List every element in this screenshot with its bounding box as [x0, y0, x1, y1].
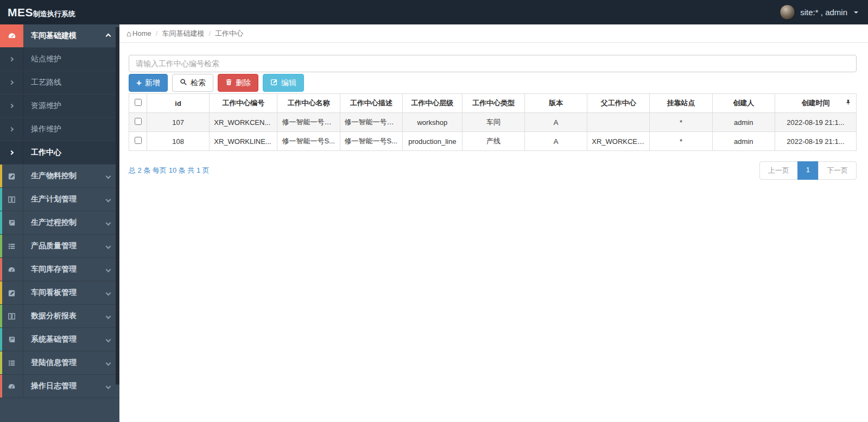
- edit-icon: [270, 78, 278, 87]
- sidebar-item[interactable]: 数据分析报表: [0, 305, 119, 328]
- table-cell: A: [525, 132, 587, 151]
- sidebar-item[interactable]: 系统基础管理: [0, 328, 119, 351]
- toolbar: + 新增 检索 删除 编辑: [129, 74, 857, 92]
- top-navbar: MES制造执行系统 site:* , admin: [0, 0, 868, 24]
- sidebar-item-label: 产品质量管理: [23, 241, 106, 251]
- columns-icon: [0, 188, 23, 211]
- category-color-strip: [0, 211, 2, 234]
- table-cell: 修一智能一号S...: [277, 132, 340, 151]
- table-cell: XR_WORKCEN...: [210, 113, 277, 132]
- row-select-cell: [129, 132, 147, 151]
- table-header-label: 版本: [549, 99, 563, 107]
- edit-button[interactable]: 编辑: [263, 74, 304, 92]
- gauge-icon: [0, 375, 23, 398]
- breadcrumb-home[interactable]: Home: [132, 29, 151, 37]
- edit-button-label: 编辑: [281, 78, 296, 88]
- sidebar-scrollbar[interactable]: [116, 27, 119, 385]
- sidebar-item-label: 生产计划管理: [23, 194, 106, 204]
- table-cell: 108: [147, 132, 210, 151]
- chevron-right-icon: [0, 118, 23, 141]
- table-cell: production_line: [402, 132, 462, 151]
- next-page-button[interactable]: 下一页: [818, 161, 857, 180]
- table-cell: [587, 113, 650, 132]
- prev-page-button[interactable]: 上一页: [759, 161, 798, 180]
- sidebar-submenu: 站点维护 工艺路线 资源维护 操作维护 工作中心: [0, 48, 119, 165]
- search-input[interactable]: [129, 55, 857, 72]
- list-icon: [0, 351, 23, 374]
- table-cell: *: [650, 113, 712, 132]
- sidebar-item[interactable]: 生产计划管理: [0, 188, 119, 211]
- table-row[interactable]: 107XR_WORKCEN...修一智能一号车间修一智能一号车间workshop…: [129, 113, 857, 132]
- sidebar-subitem-label: 站点维护: [23, 54, 119, 64]
- chevron-right-icon: [0, 141, 23, 164]
- table-header-cell: 工作中心编号: [210, 94, 277, 113]
- row-checkbox[interactable]: [135, 118, 142, 125]
- user-menu[interactable]: site:* , admin: [780, 4, 868, 20]
- sidebar-item-workshop-basic-modeling[interactable]: 车间基础建模: [0, 24, 119, 48]
- table-row[interactable]: 108XR_WORKLINE...修一智能一号S...修一智能一号S...pro…: [129, 132, 857, 151]
- pagination: 上一页 1 下一页: [759, 161, 857, 180]
- add-button-label: 新增: [145, 78, 160, 88]
- table-header-label: 工作中心类型: [472, 99, 515, 107]
- sidebar-subitem[interactable]: 资源维护: [0, 95, 119, 118]
- main-content: ⌂ Home / 车间基础建模 / 工作中心 + 新增 检索 删除 编辑: [119, 24, 868, 422]
- table-header-cell: id: [147, 94, 210, 113]
- app-logo: MES制造执行系统: [0, 6, 119, 19]
- chevron-right-icon: [0, 48, 23, 71]
- table-cell: 修一智能一号S...: [340, 132, 402, 151]
- table-cell: 产线: [462, 132, 524, 151]
- sidebar-subitem[interactable]: 操作维护: [0, 118, 119, 141]
- table-header-cell: 工作中心描述: [340, 94, 402, 113]
- sidebar-item[interactable]: 车间看板管理: [0, 281, 119, 305]
- sidebar-item[interactable]: 生产过程控制: [0, 211, 119, 235]
- category-color-strip: [0, 258, 2, 281]
- user-menu-label: site:* , admin: [800, 8, 847, 17]
- pencil-square-icon: [0, 281, 23, 304]
- sidebar-subitem-label: 资源维护: [23, 101, 119, 111]
- table-cell: 2022-08-19 21:1...: [775, 132, 856, 151]
- sidebar-item[interactable]: 车间库存管理: [0, 258, 119, 281]
- table-cell: admin: [712, 132, 775, 151]
- table-header-cell: 父工作中心: [587, 94, 650, 113]
- category-color-strip: [0, 188, 2, 211]
- table-cell: 107: [147, 113, 210, 132]
- home-icon: ⌂: [126, 29, 131, 38]
- table-header-cell: 创建时间: [775, 94, 856, 113]
- page-1-button[interactable]: 1: [797, 161, 819, 180]
- sidebar-item[interactable]: 产品质量管理: [0, 235, 119, 258]
- table-header-row: id工作中心编号工作中心名称工作中心描述工作中心层级工作中心类型版本父工作中心挂…: [129, 94, 857, 113]
- sidebar-item[interactable]: 登陆信息管理: [0, 351, 119, 375]
- book-icon: [0, 211, 23, 234]
- app-logo-bold: MES: [8, 6, 33, 18]
- table-header-cell: 版本: [525, 94, 587, 113]
- pencil-square-icon: [0, 165, 23, 187]
- table-header-cell: 工作中心名称: [277, 94, 340, 113]
- trash-icon: [225, 78, 232, 87]
- category-color-strip: [0, 305, 2, 327]
- select-all-checkbox[interactable]: [135, 99, 142, 106]
- app-logo-suffix: 制造执行系统: [33, 10, 75, 18]
- sidebar-item[interactable]: 生产物料控制: [0, 165, 119, 188]
- sidebar-subitem[interactable]: 工艺路线: [0, 71, 119, 95]
- sidebar-item[interactable]: 操作日志管理: [0, 375, 119, 398]
- search-button[interactable]: 检索: [172, 74, 213, 92]
- row-checkbox[interactable]: [135, 137, 142, 144]
- table-cell: admin: [712, 113, 775, 132]
- breadcrumb-item[interactable]: 车间基础建模: [162, 29, 204, 39]
- sidebar-subitem-active[interactable]: 工作中心: [0, 141, 119, 165]
- table-header-cell: 创建人: [712, 94, 775, 113]
- list-icon: [0, 235, 23, 257]
- delete-button[interactable]: 删除: [218, 74, 258, 92]
- work-center-table: id工作中心编号工作中心名称工作中心描述工作中心层级工作中心类型版本父工作中心挂…: [129, 93, 857, 151]
- sidebar-subitem[interactable]: 站点维护: [0, 48, 119, 71]
- breadcrumb-separator: /: [208, 29, 211, 37]
- add-button[interactable]: + 新增: [129, 74, 168, 92]
- table-header-label: 工作中心层级: [411, 99, 453, 107]
- search-icon: [180, 78, 187, 87]
- breadcrumb-item-current: 工作中心: [215, 29, 243, 39]
- table-header-label: 父工作中心: [601, 99, 636, 107]
- breadcrumb-separator: /: [156, 29, 158, 37]
- chevron-down-icon: [106, 337, 111, 342]
- chevron-down-icon: [106, 360, 111, 366]
- pin-icon[interactable]: [845, 99, 851, 108]
